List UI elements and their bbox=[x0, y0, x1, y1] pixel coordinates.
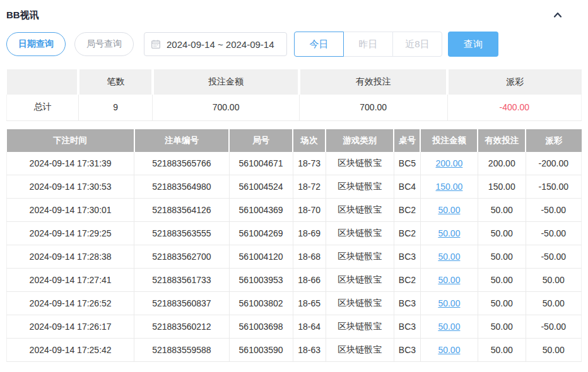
game-type-cell: 区块链骰宝 bbox=[326, 152, 394, 175]
payout-cell: -50.00 bbox=[526, 222, 581, 245]
summary-payout: -400.00 bbox=[447, 95, 581, 120]
table-id-cell: BC2 bbox=[394, 199, 420, 222]
game-type-cell: 区块链骰宝 bbox=[326, 339, 394, 362]
table-row: 2024-09-14 17:26:52521883560837561003802… bbox=[7, 292, 582, 315]
valid-bet-cell: 50.00 bbox=[478, 245, 526, 269]
valid-bet-cell: 50.00 bbox=[478, 315, 526, 339]
bet-amount-link[interactable]: 50.00 bbox=[438, 298, 460, 308]
round-id-cell: 561003590 bbox=[229, 339, 293, 362]
records-col-header: 桌号 bbox=[394, 129, 420, 152]
payout-cell: 50.00 bbox=[526, 269, 581, 292]
chevron-up-icon bbox=[551, 9, 564, 21]
summary-bet-amount: 700.00 bbox=[153, 95, 299, 120]
round-id-cell: 561003698 bbox=[229, 315, 293, 339]
table-row: 2024-09-14 17:26:17521883560212561003698… bbox=[7, 315, 582, 339]
session-cell: 18-72 bbox=[293, 175, 326, 199]
game-type-cell: 区块链骰宝 bbox=[326, 245, 394, 269]
summary-col-header bbox=[7, 69, 79, 95]
order-id-cell: 521883564980 bbox=[134, 175, 229, 199]
table-row: 2024-09-14 17:31:39521883565766561004671… bbox=[7, 152, 582, 175]
payout-cell: -50.00 bbox=[526, 245, 581, 269]
bet-time-cell: 2024-09-14 17:30:53 bbox=[7, 175, 134, 199]
round-id-cell: 561004369 bbox=[229, 199, 293, 222]
table-row: 2024-09-14 17:30:01521883564126561004369… bbox=[7, 199, 582, 222]
order-id-cell: 521883562700 bbox=[134, 245, 229, 269]
bet-amount-link[interactable]: 50.00 bbox=[438, 275, 460, 285]
valid-bet-cell: 200.00 bbox=[478, 152, 526, 175]
search-button[interactable]: 查询 bbox=[448, 32, 498, 57]
order-id-cell: 521883563555 bbox=[134, 222, 229, 245]
filter-bar: 日期查询局号查询 2024-09-14 ~ 2024-09-14 今日昨日近8日… bbox=[6, 32, 582, 57]
query-type-tabs: 日期查询局号查询 bbox=[6, 32, 134, 56]
bet-amount-link[interactable]: 200.00 bbox=[436, 158, 463, 168]
bet-time-cell: 2024-09-14 17:29:25 bbox=[7, 222, 134, 245]
summary-row-label: 总计 bbox=[7, 95, 79, 120]
valid-bet-cell: 50.00 bbox=[478, 199, 526, 222]
records-col-header: 游戏类别 bbox=[326, 129, 394, 152]
records-body: 2024-09-14 17:31:39521883565766561004671… bbox=[7, 152, 582, 362]
game-type-cell: 区块链骰宝 bbox=[326, 315, 394, 339]
summary-header-row: 笔数投注金额有效投注派彩 bbox=[7, 69, 582, 95]
page-title: BB视讯 bbox=[6, 9, 39, 21]
bet-amount-link[interactable]: 50.00 bbox=[438, 252, 460, 262]
session-cell: 18-66 bbox=[293, 269, 326, 292]
game-type-cell: 区块链骰宝 bbox=[326, 175, 394, 199]
session-cell: 18-64 bbox=[293, 315, 326, 339]
table-row: 2024-09-14 17:29:25521883563555561004269… bbox=[7, 222, 582, 245]
bet-amount-cell: 50.00 bbox=[420, 269, 478, 292]
bet-time-cell: 2024-09-14 17:30:01 bbox=[7, 199, 134, 222]
bet-amount-cell: 200.00 bbox=[420, 152, 478, 175]
order-id-cell: 521883559588 bbox=[134, 339, 229, 362]
quick-range-tab-3[interactable]: 近8日 bbox=[392, 32, 442, 57]
valid-bet-cell: 150.00 bbox=[478, 175, 526, 199]
session-cell: 18-63 bbox=[293, 339, 326, 362]
bb-video-panel: BB视讯 日期查询局号查询 bbox=[0, 0, 588, 367]
game-type-cell: 区块链骰宝 bbox=[326, 269, 394, 292]
table-id-cell: BC3 bbox=[394, 245, 420, 269]
records-col-header: 场次 bbox=[293, 129, 326, 152]
round-id-cell: 561003953 bbox=[229, 269, 293, 292]
summary-row: 总计 9 700.00 700.00 -400.00 bbox=[7, 95, 582, 120]
round-id-cell: 561004671 bbox=[229, 152, 293, 175]
table-id-cell: BC3 bbox=[394, 315, 420, 339]
bet-time-cell: 2024-09-14 17:26:17 bbox=[7, 315, 134, 339]
records-col-header: 有效投注 bbox=[478, 129, 526, 152]
date-range-input[interactable]: 2024-09-14 ~ 2024-09-14 bbox=[144, 32, 287, 56]
summary-col-header: 派彩 bbox=[447, 69, 581, 95]
table-id-cell: BC3 bbox=[394, 292, 420, 315]
payout-cell: -50.00 bbox=[526, 315, 581, 339]
round-id-cell: 561004120 bbox=[229, 245, 293, 269]
collapse-panel-button[interactable] bbox=[549, 6, 567, 24]
bet-amount-link[interactable]: 50.00 bbox=[438, 322, 460, 332]
table-id-cell: BC4 bbox=[394, 175, 420, 199]
bet-amount-link[interactable]: 50.00 bbox=[438, 345, 460, 355]
summary-col-header: 笔数 bbox=[78, 69, 153, 95]
quick-range-tab-2[interactable]: 昨日 bbox=[343, 32, 393, 57]
table-row: 2024-09-14 17:25:42521883559588561003590… bbox=[7, 339, 582, 362]
valid-bet-cell: 50.00 bbox=[478, 269, 526, 292]
quick-range-tab-1[interactable]: 今日 bbox=[294, 32, 344, 57]
valid-bet-cell: 50.00 bbox=[478, 222, 526, 245]
table-id-cell: BC3 bbox=[394, 339, 420, 362]
summary-col-header: 有效投注 bbox=[299, 69, 447, 95]
quick-range-group: 今日昨日近8日 bbox=[294, 32, 442, 57]
game-type-cell: 区块链骰宝 bbox=[326, 199, 394, 222]
bet-amount-link[interactable]: 50.00 bbox=[438, 205, 460, 215]
bet-amount-link[interactable]: 50.00 bbox=[438, 228, 460, 238]
records-col-header: 投注金额 bbox=[420, 129, 478, 152]
game-type-cell: 区块链骰宝 bbox=[326, 222, 394, 245]
table-id-cell: BC2 bbox=[394, 269, 420, 292]
bet-amount-link[interactable]: 150.00 bbox=[436, 182, 463, 192]
records-col-header: 下注时间 bbox=[7, 129, 134, 152]
summary-col-header: 投注金额 bbox=[153, 69, 299, 95]
session-cell: 18-68 bbox=[293, 245, 326, 269]
bet-amount-cell: 50.00 bbox=[420, 339, 478, 362]
query-type-tab-1[interactable]: 日期查询 bbox=[6, 32, 66, 56]
table-id-cell: BC5 bbox=[394, 152, 420, 175]
query-type-tab-2[interactable]: 局号查询 bbox=[74, 32, 134, 56]
payout-cell: 50.00 bbox=[526, 339, 581, 362]
payout-cell: 50.00 bbox=[526, 292, 581, 315]
session-cell: 18-69 bbox=[293, 222, 326, 245]
bet-time-cell: 2024-09-14 17:25:42 bbox=[7, 339, 134, 362]
summary-table: 笔数投注金额有效投注派彩 总计 9 700.00 700.00 -400.00 bbox=[6, 69, 582, 121]
